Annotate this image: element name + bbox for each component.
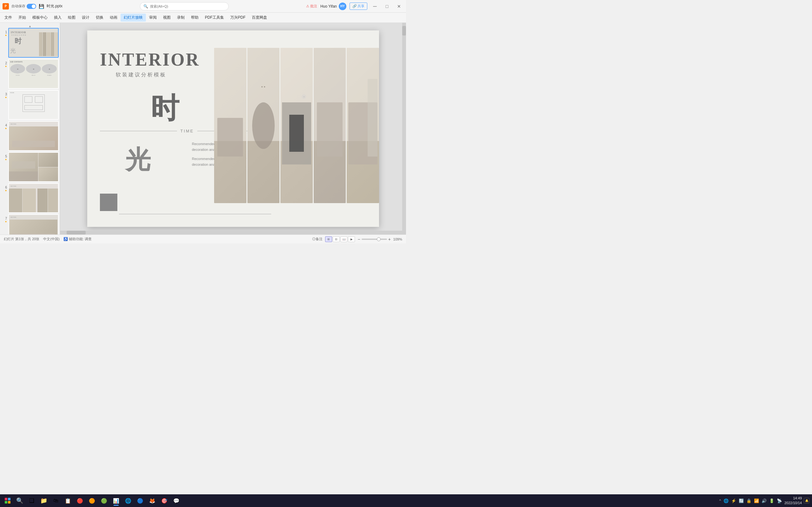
slide-char-guang: 光 — [125, 143, 151, 177]
room-tv-3 — [282, 102, 311, 164]
slide-thumb-2[interactable]: 2 ★ 目录 CONTENTS ➜ ➜ ➜ SHOW VALUE — [1, 59, 59, 89]
room-floor-2 — [247, 141, 280, 203]
close-button[interactable]: ✕ — [395, 2, 403, 11]
zoom-out-btn[interactable]: − — [357, 237, 360, 242]
room-window-5 — [368, 79, 377, 157]
slide-subtitle-cn: 软装建议分析模板 — [116, 72, 166, 78]
zoom-level: 109% — [393, 237, 402, 241]
accessibility-status: ♿ 辅助功能: 调查 — [63, 237, 92, 241]
app-logo: P — [3, 3, 9, 9]
room-cabinet-4 — [317, 102, 343, 157]
maximize-button[interactable]: □ — [383, 2, 392, 11]
slide-canvas: INTERIOR 软装建议分析模板 时 TIME 光 Recommended t… — [87, 31, 379, 227]
zoom-slider[interactable] — [362, 239, 387, 240]
room-furniture-1 — [217, 118, 243, 157]
slide-char-shi: 时 — [151, 89, 179, 128]
slide-time-text: TIME — [180, 129, 194, 133]
slide-img-7[interactable]: SECTION — [8, 214, 59, 234]
menu-view[interactable]: 视图 — [160, 14, 174, 21]
slide-img-2[interactable]: 目录 CONTENTS ➜ ➜ ➜ SHOW VALUE SHADE — [8, 59, 59, 89]
slide-img-1[interactable]: INTERIOR 软装建议分析模板 时 光 — [8, 28, 59, 58]
minimize-button[interactable]: ─ — [370, 2, 379, 11]
view-slide-btn[interactable]: ⊟ — [333, 236, 340, 242]
canvas-scrollbar-horizontal[interactable] — [60, 231, 402, 234]
photo-interior-3: + — [281, 48, 313, 203]
user-info[interactable]: Huo Yifan HY — [320, 3, 346, 10]
quick-access-save[interactable]: 💾 — [39, 4, 44, 9]
menu-baidu[interactable]: 百度网盘 — [249, 14, 270, 21]
menu-file[interactable]: 文件 — [1, 14, 15, 21]
menu-review[interactable]: 审阅 — [146, 14, 160, 21]
slide-num-1: 1 — [3, 29, 7, 34]
zoom-slider-thumb[interactable] — [377, 237, 380, 241]
slide-thumb-5[interactable]: 5 ★ — [1, 152, 59, 182]
autosave-control: 自动保存 — [11, 4, 36, 9]
share-button[interactable]: 🔗共享 — [350, 3, 367, 10]
room-screen-3 — [289, 115, 304, 152]
view-buttons: ⊞ ⊟ 📖 ▶ — [325, 236, 355, 242]
menu-pdf[interactable]: PDF工具集 — [202, 14, 227, 21]
menu-template[interactable]: 模板中心 — [29, 14, 51, 21]
main-layout: ▲ 1 ★ INTERIOR 软装建议分析模板 时 光 — [0, 23, 406, 234]
notes-button[interactable]: ◎备注 — [312, 237, 322, 241]
photo-interior-1 — [214, 48, 247, 203]
slide-img-4[interactable]: SECTION — [8, 121, 59, 151]
slide-photos-grid: + — [214, 48, 379, 203]
menu-start[interactable]: 开始 — [15, 14, 29, 21]
scrollbar-thumb-h[interactable] — [67, 231, 86, 234]
menu-bar: 文件 开始 模板中心 插入 绘图 设计 切换 动画 幻灯片放映 审阅 视图 录制… — [0, 13, 406, 23]
slide-photo-5 — [347, 48, 379, 203]
menu-insert[interactable]: 插入 — [51, 14, 65, 21]
scrollbar-thumb-v[interactable] — [402, 26, 406, 36]
photo-interior-2 — [247, 48, 280, 203]
slide-bottom-line — [119, 214, 271, 214]
search-input[interactable] — [150, 4, 225, 8]
status-right: ◎备注 ⊞ ⊟ 📖 ▶ − + 109% — [312, 236, 402, 242]
status-bar: 幻灯片 第1张，共 20张 中文(中国) ♿ 辅助功能: 调查 ◎备注 ⊞ ⊟ … — [0, 234, 406, 243]
zoom-control: − + 109% — [357, 237, 402, 242]
slide-panel: ▲ 1 ★ INTERIOR 软装建议分析模板 时 光 — [0, 23, 60, 234]
view-present-btn[interactable]: ▶ — [348, 236, 355, 242]
menu-record[interactable]: 录制 — [174, 14, 188, 21]
slide-photo-4 — [314, 48, 346, 203]
autosave-toggle[interactable] — [27, 4, 36, 9]
panel-scroll-up[interactable]: ▲ — [1, 24, 59, 28]
menu-transition[interactable]: 切换 — [93, 14, 107, 21]
title-bar-right: ⚠批注 Huo Yifan HY 🔗共享 ─ □ ✕ — [306, 2, 403, 11]
menu-help[interactable]: 帮助 — [188, 14, 202, 21]
autosave-label: 自动保存 — [11, 4, 26, 9]
accessibility-icon: ♿ — [63, 237, 68, 241]
slide-thumb-7[interactable]: 7 ★ SECTION — [1, 214, 59, 234]
search-bar[interactable]: 🔍 — [140, 2, 229, 10]
status-left: 幻灯片 第1张，共 20张 中文(中国) ♿ 辅助功能: 调查 — [4, 237, 92, 241]
slide-img-5[interactable] — [8, 152, 59, 182]
slide-title-en: INTERIOR — [100, 49, 200, 70]
zoom-in-btn[interactable]: + — [388, 237, 391, 242]
slide-thumb-3[interactable]: 3 ★ ROOM — [1, 90, 59, 120]
slide-photo-1 — [214, 48, 247, 203]
slide-photo-2 — [247, 48, 280, 203]
slide-img-3[interactable]: ROOM — [8, 90, 59, 120]
user-name: Huo Yifan — [320, 4, 337, 9]
photo-interior-5 — [347, 48, 379, 203]
menu-design[interactable]: 设计 — [79, 14, 93, 21]
slide-gray-square — [100, 193, 117, 211]
alert-icon[interactable]: ⚠批注 — [306, 4, 317, 9]
slide-thumb-4[interactable]: 4 ★ SECTION — [1, 121, 59, 151]
view-normal-btn[interactable]: ⊞ — [325, 236, 332, 242]
slide-thumb-6[interactable]: 6 ★ SECTION — [1, 183, 59, 213]
title-bar: P 自动保存 💾 时光.pptx 🔍 ⚠批注 Huo Yifan HY 🔗共享 … — [0, 0, 406, 13]
photo-interior-4 — [314, 48, 346, 203]
menu-animation[interactable]: 动画 — [107, 14, 120, 21]
slide-img-6[interactable]: SECTION — [8, 183, 59, 213]
room-dots-2 — [261, 86, 265, 88]
title-bar-center: 🔍 — [140, 2, 229, 10]
view-read-btn[interactable]: 📖 — [340, 236, 347, 242]
menu-draw[interactable]: 绘图 — [65, 14, 79, 21]
language-indicator: 中文(中国) — [43, 237, 59, 241]
menu-wanxing[interactable]: 万兴PDF — [227, 14, 249, 21]
slide-thumb-1[interactable]: 1 ★ INTERIOR 软装建议分析模板 时 光 — [1, 28, 59, 58]
canvas-scrollbar-vertical[interactable] — [402, 23, 406, 234]
menu-slideshow[interactable]: 幻灯片放映 — [120, 14, 146, 21]
user-avatar: HY — [339, 3, 346, 10]
